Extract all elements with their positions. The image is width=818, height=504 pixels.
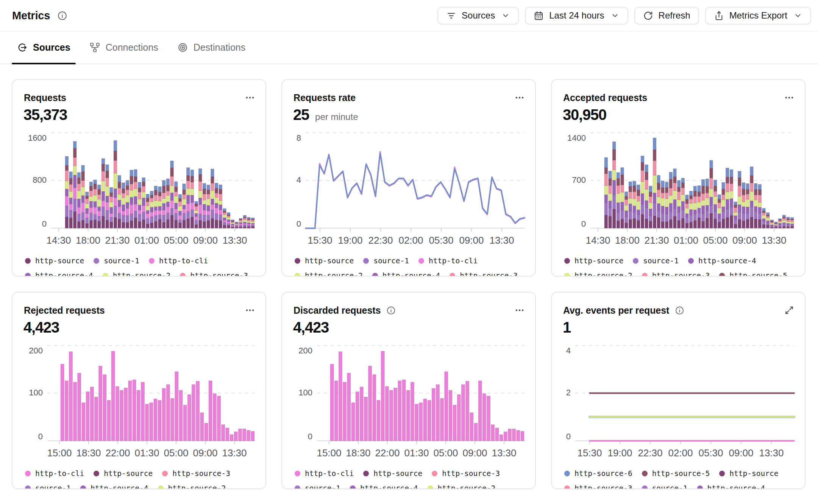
svg-text:0: 0 [42, 219, 47, 229]
svg-text:09:00: 09:00 [732, 235, 757, 246]
sources-filter-button[interactable]: Sources [437, 7, 519, 25]
legend-item[interactable]: http-source-4 [372, 271, 440, 277]
more-menu-icon[interactable] [783, 91, 796, 104]
legend-item[interactable]: http-source-4 [80, 484, 148, 490]
legend-item[interactable]: http-source-2 [564, 271, 632, 277]
legend-item[interactable]: http-source-4 [697, 484, 765, 490]
more-menu-icon[interactable] [244, 91, 256, 104]
legend-item[interactable]: http-source-3 [180, 271, 248, 277]
legend-item[interactable]: http-source-3 [642, 271, 710, 277]
legend-dot [25, 485, 31, 490]
card-value-number: 1 [563, 319, 571, 336]
tab-connections[interactable]: Connections [84, 31, 164, 64]
info-icon[interactable] [675, 306, 684, 315]
legend-dot [158, 485, 164, 490]
legend-dot [564, 258, 570, 264]
filter-icon [446, 11, 456, 21]
cards-grid: Requests 35,373 0800160014:3018:0021:300… [0, 64, 818, 489]
svg-text:02:00: 02:00 [668, 447, 693, 459]
refresh-icon [643, 11, 653, 21]
legend-item[interactable]: http-source [564, 257, 623, 265]
more-menu-icon[interactable] [244, 304, 256, 317]
legend-label: http-to-cli [429, 257, 478, 265]
legend-item[interactable]: http-source-4 [25, 271, 93, 277]
svg-text:800: 800 [33, 175, 47, 185]
legend-item[interactable]: source-1 [25, 484, 71, 490]
legend-dot [363, 258, 369, 264]
card-value: 4,423 [293, 319, 329, 336]
legend-item[interactable]: http-to-cli [149, 257, 208, 265]
svg-text:14:30: 14:30 [46, 235, 71, 246]
card-value-number: 25 [293, 106, 309, 123]
info-icon[interactable] [57, 11, 67, 21]
legend-label: http-to-cli [305, 469, 354, 478]
legend-item[interactable]: http-source-4 [688, 257, 756, 265]
card-value-number: 35,373 [23, 106, 67, 123]
svg-text:01:30: 01:30 [134, 447, 159, 459]
refresh-button[interactable]: Refresh [634, 7, 699, 25]
legend-item[interactable]: http-source-3 [450, 271, 518, 277]
svg-text:4: 4 [297, 175, 301, 185]
legend-item[interactable]: http-source-2 [158, 484, 226, 490]
legend-item[interactable]: http-to-cli [418, 257, 478, 265]
legend-row: http-source-2http-source-3http-source-5 [564, 270, 802, 277]
legend-item[interactable]: source-1 [642, 484, 688, 490]
legend-dot [688, 258, 694, 264]
legend-item[interactable]: http-source [363, 469, 422, 478]
card-value-number: 30,950 [563, 106, 606, 123]
svg-text:13:30: 13:30 [489, 235, 514, 246]
legend-item[interactable]: source-1 [633, 257, 679, 265]
more-menu-icon[interactable] [513, 91, 526, 104]
tab-destinations[interactable]: Destinations [172, 31, 251, 64]
metrics-export-button[interactable]: Metrics Export [705, 7, 811, 25]
legend-item[interactable]: http-source-3 [162, 469, 230, 478]
svg-text:100: 100 [29, 388, 43, 397]
legend-dot [25, 258, 31, 264]
svg-text:100: 100 [298, 388, 312, 397]
more-menu-icon[interactable] [513, 304, 526, 317]
legend-item[interactable]: http-source [719, 469, 778, 478]
legend-dot [719, 471, 725, 476]
legend-item[interactable]: http-source [25, 257, 84, 265]
legend-item[interactable]: http-source [295, 257, 354, 265]
legend-item[interactable]: http-source-6 [564, 469, 632, 478]
expand-icon[interactable] [783, 304, 796, 317]
legend-dot [80, 485, 86, 490]
legend-item[interactable]: http-source-3 [432, 469, 500, 478]
destinations-icon [178, 42, 188, 53]
tab-sources[interactable]: Sources [12, 31, 76, 64]
svg-text:0: 0 [308, 432, 312, 441]
legend-item[interactable]: http-to-cli [295, 469, 354, 478]
legend-item[interactable]: http-source-2 [295, 271, 363, 277]
card-title: Requests [24, 92, 66, 103]
legend-item[interactable]: http-source [94, 469, 153, 478]
legend-dot [642, 273, 648, 277]
legend-item[interactable]: http-source-2 [103, 271, 171, 277]
legend-item[interactable]: http-source-5 [719, 271, 787, 277]
legend-label: http-source-4 [698, 257, 756, 265]
legend-dot [719, 273, 725, 277]
legend-dot [450, 273, 455, 277]
legend-dot [25, 273, 31, 277]
card-value: 30,950 [563, 106, 606, 123]
legend-item[interactable]: source-1 [363, 257, 409, 265]
legend-label: http-source-2 [305, 271, 363, 277]
legend-label: http-source-4 [382, 271, 440, 277]
time-range-label: Last 24 hours [549, 10, 604, 21]
legend-dot [295, 258, 300, 264]
card-value: 25 per minute [293, 106, 358, 123]
legend-label: http-source-3 [652, 271, 710, 277]
info-icon[interactable] [386, 306, 396, 315]
svg-text:18:30: 18:30 [76, 447, 101, 459]
legend-item[interactable]: http-source-4 [350, 484, 418, 490]
svg-text:21:30: 21:30 [644, 235, 669, 246]
legend-item[interactable]: http-source-3 [564, 484, 632, 490]
legend-item[interactable]: http-to-cli [25, 469, 84, 478]
legend-item[interactable]: http-source-5 [642, 469, 710, 478]
svg-text:14:30: 14:30 [585, 235, 610, 246]
legend-label: http-source-3 [190, 271, 248, 277]
legend-item[interactable]: source-1 [295, 484, 340, 490]
time-range-button[interactable]: Last 24 hours [525, 7, 628, 25]
legend-item[interactable]: http-source-2 [428, 484, 496, 490]
legend-item[interactable]: source-1 [94, 257, 139, 265]
